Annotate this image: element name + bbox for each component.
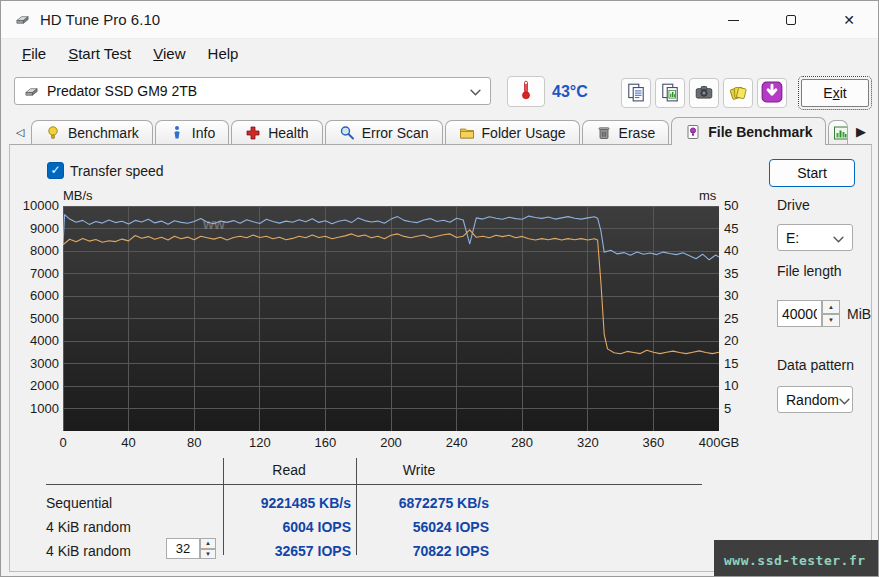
tab-erase[interactable]: Erase xyxy=(582,120,670,145)
menu-start-test[interactable]: Start Test xyxy=(57,42,142,65)
titlebar: HD Tune Pro 6.10 ✕ xyxy=(1,1,878,39)
drive-select-dropdown[interactable]: Predator SSD GM9 2TB xyxy=(14,77,491,105)
copy-image-button[interactable] xyxy=(655,78,685,108)
file-bulb-icon xyxy=(685,124,701,140)
tab-item[interactable]: Λ. xyxy=(828,120,848,145)
x-tick-label: 0 xyxy=(59,435,66,450)
x-tick-label: 400GB xyxy=(699,435,739,450)
tab-label: Benchmark xyxy=(68,125,139,141)
menu-file[interactable]: File xyxy=(11,42,57,65)
transfer-speed-chart: ww xyxy=(63,206,719,431)
bulb-icon xyxy=(45,125,61,141)
write-column-header: Write xyxy=(369,462,469,478)
drive-select-value: Predator SSD GM9 2TB xyxy=(47,83,470,99)
y-tick-label: 45 xyxy=(724,221,738,237)
temperature-value: 43°C xyxy=(552,83,588,101)
chevron-down-icon xyxy=(470,83,481,99)
save-download-button[interactable] xyxy=(757,78,787,108)
file-length-input[interactable] xyxy=(777,300,822,327)
tab-label: Folder Usage xyxy=(482,125,566,141)
x-tick-label: 200 xyxy=(380,435,402,450)
menu-help[interactable]: Help xyxy=(197,42,250,65)
temperature-button[interactable] xyxy=(507,76,545,107)
tab-info[interactable]: Info xyxy=(155,120,229,145)
tab-benchmark[interactable]: Benchmark xyxy=(31,120,153,145)
tab-label: Error Scan xyxy=(362,125,429,141)
spin-down-button[interactable]: ▼ xyxy=(822,314,840,328)
tab-health[interactable]: Health xyxy=(231,120,322,145)
tab-list: BenchmarkInfoHealthError ScanFolder Usag… xyxy=(31,117,850,145)
checkmark-icon: ✓ xyxy=(50,163,60,177)
exit-button[interactable]: Exit xyxy=(801,79,869,107)
y-tick-label: 40 xyxy=(724,243,738,259)
target-drive-dropdown[interactable]: E: xyxy=(777,224,853,251)
y-axis-right-title: ms xyxy=(699,188,716,203)
read-column-header: Read xyxy=(239,462,339,478)
y-axis-left-ticks: 1000090008000700060005000400030002000100… xyxy=(15,206,59,431)
x-tick-label: 240 xyxy=(446,435,468,450)
tab-scroll-left-button[interactable]: ◁ xyxy=(9,126,31,145)
chart-watermark: ww xyxy=(203,216,225,232)
site-watermark: www.ssd-tester.fr xyxy=(714,540,879,577)
close-button[interactable]: ✕ xyxy=(820,1,878,39)
x-tick-label: 120 xyxy=(249,435,271,450)
x-tick-label: 80 xyxy=(187,435,201,450)
read-value: 32657 IOPS xyxy=(211,543,351,559)
close-icon: ✕ xyxy=(843,13,855,27)
magnifier-icon xyxy=(339,125,355,141)
table-row-label: 4 KiB random xyxy=(46,519,131,535)
y-tick-label: 9000 xyxy=(30,221,59,237)
tab-label: Health xyxy=(268,125,308,141)
maximize-icon xyxy=(786,15,796,25)
data-pattern-dropdown[interactable]: Random xyxy=(777,386,853,413)
screenshot-button[interactable] xyxy=(689,78,719,108)
tab-folder-usage[interactable]: Folder Usage xyxy=(445,120,580,145)
x-tick-label: 40 xyxy=(121,435,135,450)
maximize-button[interactable] xyxy=(762,1,820,39)
start-button[interactable]: Start xyxy=(769,159,855,187)
menu-view[interactable]: View xyxy=(142,42,196,65)
y-tick-label: 1000 xyxy=(30,401,59,417)
menubar: FileStart TestViewHelp xyxy=(1,39,878,67)
tab-label: Info xyxy=(192,125,215,141)
tab-scroll-right-button[interactable]: ▶ xyxy=(850,124,872,145)
data-pattern-label: Data pattern xyxy=(777,357,854,373)
disk-icon xyxy=(24,84,39,99)
tabbar: ◁ BenchmarkInfoHealthError ScanFolder Us… xyxy=(9,116,872,145)
y-tick-label: 6000 xyxy=(30,288,59,304)
file-length-unit: MiB xyxy=(847,306,871,322)
trash-icon xyxy=(596,125,612,141)
thermometer-icon xyxy=(519,79,533,104)
info-icon xyxy=(169,125,185,141)
file-length-spinner: ▲ ▼ xyxy=(822,300,840,327)
y-tick-label: 10000 xyxy=(23,198,59,214)
download-arrow-icon xyxy=(761,81,783,106)
table-header-divider xyxy=(46,484,702,485)
chevron-down-icon xyxy=(833,230,844,246)
spin-up-button[interactable]: ▲ xyxy=(822,300,840,314)
transfer-speed-checkbox[interactable]: ✓ xyxy=(47,162,64,179)
table-column-divider xyxy=(356,458,357,555)
yellow-sheets-icon xyxy=(728,82,748,105)
health-icon xyxy=(245,125,261,141)
folder-icon xyxy=(459,125,475,141)
table-row-label: 4 KiB random xyxy=(46,543,131,559)
copy-pages-icon xyxy=(626,82,646,105)
y-tick-label: 5 xyxy=(724,401,731,417)
tab-error-scan[interactable]: Error Scan xyxy=(325,120,443,145)
tab-file-benchmark[interactable]: File Benchmark xyxy=(671,117,826,145)
drive-label: Drive xyxy=(777,197,810,213)
write-value: 6872275 KB/s xyxy=(361,495,489,511)
y-tick-label: 50 xyxy=(724,198,738,214)
y-tick-label: 5000 xyxy=(30,311,59,327)
read-value: 9221485 KB/s xyxy=(211,495,351,511)
minimize-button[interactable] xyxy=(704,1,762,39)
copy-text-button[interactable] xyxy=(621,78,651,108)
y-tick-label: 10 xyxy=(724,378,738,394)
export-button[interactable] xyxy=(723,78,753,108)
y-tick-label: 30 xyxy=(724,288,738,304)
block-count-input[interactable] xyxy=(166,538,200,559)
window-title: HD Tune Pro 6.10 xyxy=(40,11,160,28)
chart-icon xyxy=(833,125,848,141)
copy-image-icon xyxy=(660,82,680,105)
